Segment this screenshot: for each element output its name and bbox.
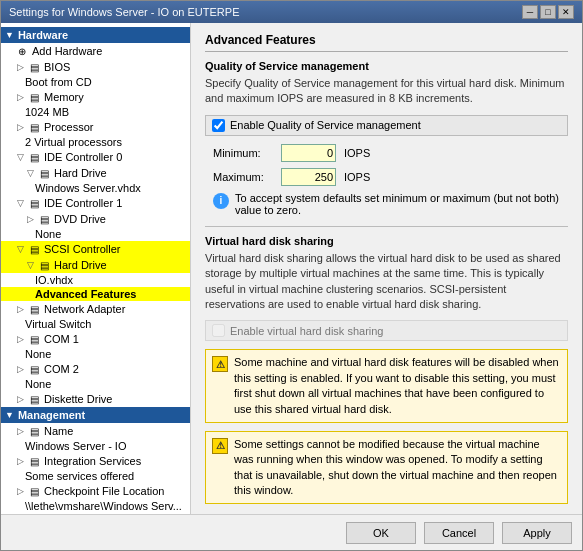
qos-checkbox-label: Enable Quality of Service management [230, 119, 421, 131]
sidebar-item-hard-drive-ide[interactable]: ▽ ▤ Hard Drive [1, 165, 190, 181]
vhd-checkbox-row: Enable virtual hard disk sharing [205, 320, 568, 341]
sidebar-item-scsi[interactable]: ▽ ▤ SCSI Controller [1, 241, 190, 257]
qos-checkbox-row[interactable]: Enable Quality of Service management [205, 115, 568, 136]
checkpoint-label: Checkpoint File Location [44, 485, 164, 497]
close-button[interactable]: ✕ [558, 5, 574, 19]
sidebar-item-dvd-none[interactable]: None [1, 227, 190, 241]
sidebar-item-adv-features[interactable]: Advanced Features [1, 287, 190, 301]
sidebar-item-ide1[interactable]: ▽ ▤ IDE Controller 1 [1, 195, 190, 211]
sidebar-item-ide0[interactable]: ▽ ▤ IDE Controller 0 [1, 149, 190, 165]
sidebar-item-io-vhdx[interactable]: IO.vhdx [1, 273, 190, 287]
qos-info-text: To accept system defaults set minimum or… [235, 192, 568, 216]
maximum-input[interactable] [281, 168, 336, 186]
com1-icon: ▤ [27, 332, 41, 346]
warning1-icon: ⚠ [212, 356, 228, 372]
qos-checkbox[interactable] [212, 119, 225, 132]
add-hardware-label: Add Hardware [32, 45, 102, 57]
ok-button[interactable]: OK [346, 522, 416, 544]
qos-section-title: Quality of Service management [205, 60, 568, 72]
dvd-label: DVD Drive [54, 213, 106, 225]
sidebar-item-bios[interactable]: ▷ ▤ BIOS [1, 59, 190, 75]
sidebar-item-dvd-drive[interactable]: ▷ ▤ DVD Drive [1, 211, 190, 227]
checkpoint-val-label: \\lethe\vmshare\Windows Serv... [25, 500, 182, 512]
sidebar-item-virtual-switch[interactable]: Virtual Switch [1, 317, 190, 331]
maximum-unit: IOPS [344, 171, 370, 183]
bios-expand: ▷ [15, 62, 25, 72]
warning2-text: Some settings cannot be modified because… [234, 437, 561, 499]
memory-val-label: 1024 MB [25, 106, 69, 118]
sidebar-item-boot-cd[interactable]: Boot from CD [1, 75, 190, 89]
sidebar-item-integration[interactable]: ▷ ▤ Integration Services [1, 453, 190, 469]
ide0-label: IDE Controller 0 [44, 151, 122, 163]
sidebar-item-name-val[interactable]: Windows Server - IO [1, 439, 190, 453]
scsi-icon: ▤ [27, 242, 41, 256]
io-vhdx-label: IO.vhdx [35, 274, 73, 286]
com2-expand: ▷ [15, 364, 25, 374]
com1-label: COM 1 [44, 333, 79, 345]
virtual-switch-label: Virtual Switch [25, 318, 91, 330]
sidebar-item-add-hardware[interactable]: ⊕ Add Hardware [1, 43, 190, 59]
memory-label: Memory [44, 91, 84, 103]
name-label: Name [44, 425, 73, 437]
title-bar: Settings for Windows Server - IO on EUTE… [1, 1, 582, 23]
management-section-header[interactable]: ▼ Management [1, 407, 190, 423]
management-arrow: ▼ [5, 410, 14, 420]
integration-val-label: Some services offered [25, 470, 134, 482]
sidebar-item-name[interactable]: ▷ ▤ Name [1, 423, 190, 439]
sidebar-item-com2[interactable]: ▷ ▤ COM 2 [1, 361, 190, 377]
management-label: Management [18, 409, 85, 421]
sidebar-item-com1-none[interactable]: None [1, 347, 190, 361]
sidebar-item-virtual-proc[interactable]: 2 Virtual processors [1, 135, 190, 149]
hd-scsi-expand: ▽ [25, 260, 35, 270]
sidebar-item-win-vhdx[interactable]: Windows Server.vhdx [1, 181, 190, 195]
boot-cd-label: Boot from CD [25, 76, 92, 88]
sidebar-item-network[interactable]: ▷ ▤ Network Adapter [1, 301, 190, 317]
ide0-icon: ▤ [27, 150, 41, 164]
panel-title: Advanced Features [205, 33, 568, 52]
sidebar-item-memory[interactable]: ▷ ▤ Memory [1, 89, 190, 105]
maximize-button[interactable]: □ [540, 5, 556, 19]
hd-scsi-label: Hard Drive [54, 259, 107, 271]
checkpoint-icon: ▤ [27, 484, 41, 498]
hardware-arrow: ▼ [5, 30, 14, 40]
minimum-unit: IOPS [344, 147, 370, 159]
minimum-row: Minimum: IOPS [205, 144, 568, 162]
sidebar-item-checkpoint-val[interactable]: \\lethe\vmshare\Windows Serv... [1, 499, 190, 513]
sidebar-item-integration-val[interactable]: Some services offered [1, 469, 190, 483]
com2-none-label: None [25, 378, 51, 390]
hardware-section-header[interactable]: ▼ Hardware [1, 27, 190, 43]
win-vhdx-label: Windows Server.vhdx [35, 182, 141, 194]
sidebar-item-hard-drive-scsi[interactable]: ▽ ▤ Hard Drive [1, 257, 190, 273]
sidebar-item-com1[interactable]: ▷ ▤ COM 1 [1, 331, 190, 347]
divider [205, 226, 568, 227]
main-window: Settings for Windows Server - IO on EUTE… [0, 0, 583, 551]
info-icon: i [213, 193, 229, 209]
sidebar-item-diskette[interactable]: ▷ ▤ Diskette Drive [1, 391, 190, 407]
scsi-label: SCSI Controller [44, 243, 120, 255]
cancel-button[interactable]: Cancel [424, 522, 494, 544]
processor-expand: ▷ [15, 122, 25, 132]
sidebar-item-checkpoint[interactable]: ▷ ▤ Checkpoint File Location [1, 483, 190, 499]
sidebar-item-com2-none[interactable]: None [1, 377, 190, 391]
sidebar-item-processor[interactable]: ▷ ▤ Processor [1, 119, 190, 135]
bios-label: BIOS [44, 61, 70, 73]
integration-label: Integration Services [44, 455, 141, 467]
right-panel: Advanced Features Quality of Service man… [191, 23, 582, 514]
diskette-expand: ▷ [15, 394, 25, 404]
com1-none-label: None [25, 348, 51, 360]
com2-label: COM 2 [44, 363, 79, 375]
maximum-row: Maximum: IOPS [205, 168, 568, 186]
apply-button[interactable]: Apply [502, 522, 572, 544]
bottom-bar: OK Cancel Apply [1, 514, 582, 550]
hd-ide-expand: ▽ [25, 168, 35, 178]
minimize-button[interactable]: ─ [522, 5, 538, 19]
warning2-icon: ⚠ [212, 438, 228, 454]
com2-icon: ▤ [27, 362, 41, 376]
memory-expand: ▷ [15, 92, 25, 102]
com1-expand: ▷ [15, 334, 25, 344]
sidebar-item-memory-val[interactable]: 1024 MB [1, 105, 190, 119]
minimum-input[interactable] [281, 144, 336, 162]
diskette-icon: ▤ [27, 392, 41, 406]
name-val-label: Windows Server - IO [25, 440, 126, 452]
left-panel: ▼ Hardware ⊕ Add Hardware ▷ ▤ BIOS Boot … [1, 23, 191, 514]
